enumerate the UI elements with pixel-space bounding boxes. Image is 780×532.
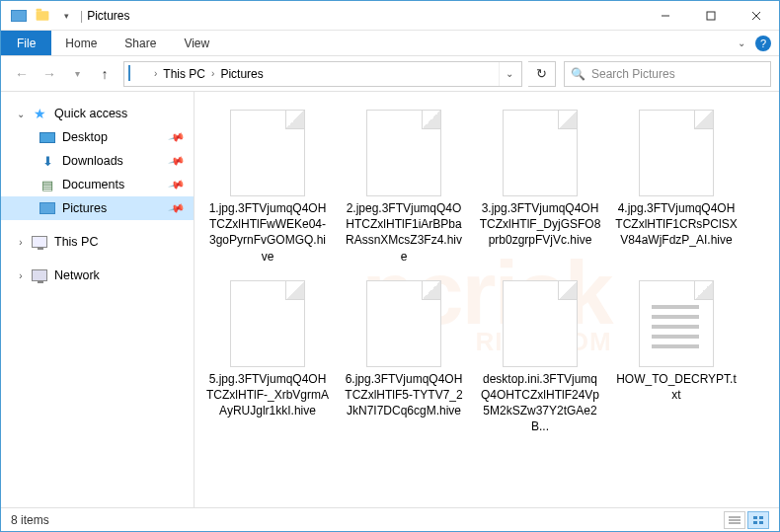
file-label: 5.jpg.3FTVjumqQ4OHTCZxlHTlF-_XrbVgrmAAyR… xyxy=(206,371,329,419)
sidebar-item-label: Quick access xyxy=(54,107,127,120)
qat-dropdown-icon[interactable]: ▾ xyxy=(56,7,76,25)
chevron-right-icon[interactable]: › xyxy=(150,68,161,79)
downloads-icon: ⬇ xyxy=(39,154,56,168)
sidebar-item-downloads[interactable]: ⬇ Downloads 📌 xyxy=(1,149,194,173)
text-file-icon xyxy=(639,280,714,367)
file-item[interactable]: HOW_TO_DECRYPT.txt xyxy=(613,274,740,441)
close-button[interactable] xyxy=(734,1,779,31)
svg-rect-9 xyxy=(753,521,757,524)
svg-rect-7 xyxy=(753,516,757,519)
window-title: Pictures xyxy=(87,9,129,23)
sidebar-item-label: Pictures xyxy=(62,201,107,215)
share-tab[interactable]: Share xyxy=(111,31,170,55)
file-label: 1.jpg.3FTVjumqQ4OHTCZxlHTlFwWEKe04-3goPy… xyxy=(206,200,329,265)
pc-icon xyxy=(31,235,48,249)
recent-locations-icon[interactable]: ▾ xyxy=(64,61,90,87)
svg-rect-10 xyxy=(759,521,763,524)
file-tab[interactable]: File xyxy=(1,31,51,55)
icons-view-button[interactable] xyxy=(747,511,769,529)
pin-icon: 📌 xyxy=(168,199,187,217)
minimize-button[interactable] xyxy=(643,1,688,31)
pictures-icon xyxy=(39,201,56,215)
sidebar-item-label: This PC xyxy=(54,235,98,249)
ribbon-expand-icon[interactable]: ⌄ xyxy=(738,38,745,48)
file-label: 2.jpeg.3FTVjumqQ4OHTCZxlHTlF1iArBPbaRAss… xyxy=(343,200,465,265)
file-label: 6.jpg.3FTVjumqQ4OHTCZxlHTlF5-TYTV7_2JkN7… xyxy=(343,371,465,419)
sidebar-item-thispc[interactable]: › This PC xyxy=(1,230,194,254)
file-item[interactable]: 3.jpg.3FTVjumqQ4OHTCZxlHTlF_DyjGSFO8prb0… xyxy=(477,104,603,270)
search-input[interactable] xyxy=(591,67,764,81)
navigation-bar: ← → ▾ ↑ › This PC › Pictures ⌄ ↻ 🔍 xyxy=(1,56,779,92)
file-icon xyxy=(639,110,714,196)
back-button[interactable]: ← xyxy=(9,61,35,87)
status-bar: 8 items xyxy=(1,507,779,531)
help-icon[interactable]: ? xyxy=(755,36,771,51)
sidebar-item-documents[interactable]: ▤ Documents 📌 xyxy=(1,173,194,196)
file-icon xyxy=(230,110,305,196)
breadcrumb-pictures[interactable]: Pictures xyxy=(218,67,265,81)
file-icon xyxy=(503,110,578,196)
svg-rect-1 xyxy=(707,12,715,20)
body: ⌄ ★ Quick access Desktop 📌 ⬇ Downloads 📌… xyxy=(1,92,779,507)
file-label: desktop.ini.3FTVjumqQ4OHTCZxlHTlF24Vp5M2… xyxy=(479,371,601,435)
explorer-window: ▾ | Pictures File Home Share View ⌄ ? ← … xyxy=(0,0,780,532)
file-icon xyxy=(230,280,305,367)
file-icon xyxy=(366,110,441,196)
navigation-pane[interactable]: ⌄ ★ Quick access Desktop 📌 ⬇ Downloads 📌… xyxy=(1,92,195,507)
pin-icon: 📌 xyxy=(168,128,187,146)
refresh-button[interactable]: ↻ xyxy=(528,61,556,87)
sidebar-item-network[interactable]: › Network xyxy=(1,264,194,287)
sidebar-item-label: Network xyxy=(54,268,100,282)
chevron-right-icon[interactable]: › xyxy=(15,270,27,281)
title-separator: | xyxy=(80,9,83,23)
file-label: HOW_TO_DECRYPT.txt xyxy=(615,371,738,403)
sidebar-item-label: Documents xyxy=(62,178,124,191)
up-button[interactable]: ↑ xyxy=(92,61,117,87)
address-bar[interactable]: › This PC › Pictures ⌄ xyxy=(123,61,522,87)
app-icon xyxy=(9,7,29,25)
qat-item[interactable] xyxy=(33,7,52,25)
sidebar-item-label: Downloads xyxy=(62,154,123,168)
sidebar-item-desktop[interactable]: Desktop 📌 xyxy=(1,125,194,149)
chevron-right-icon[interactable]: › xyxy=(207,68,218,79)
search-box[interactable]: 🔍 xyxy=(564,61,771,87)
file-item[interactable]: 1.jpg.3FTVjumqQ4OHTCZxlHTlFwWEKe04-3goPy… xyxy=(204,104,331,270)
file-grid: 1.jpg.3FTVjumqQ4OHTCZxlHTlFwWEKe04-3goPy… xyxy=(204,104,769,441)
content-pane[interactable]: pcrisk RISK.COM 1.jpg.3FTVjumqQ4OHTCZxlH… xyxy=(195,92,779,507)
home-tab[interactable]: Home xyxy=(51,31,111,55)
view-tab[interactable]: View xyxy=(170,31,223,55)
file-item[interactable]: desktop.ini.3FTVjumqQ4OHTCZxlHTlF24Vp5M2… xyxy=(477,274,603,441)
svg-rect-8 xyxy=(759,516,763,519)
details-view-button[interactable] xyxy=(724,511,745,529)
desktop-icon xyxy=(39,130,56,144)
sidebar-item-pictures[interactable]: Pictures 📌 xyxy=(1,196,194,220)
location-icon xyxy=(128,66,148,82)
file-label: 3.jpg.3FTVjumqQ4OHTCZxlHTlF_DyjGSFO8prb0… xyxy=(479,200,601,249)
maximize-button[interactable] xyxy=(688,1,734,31)
quick-access-toolbar: ▾ xyxy=(9,7,76,25)
file-item[interactable]: 5.jpg.3FTVjumqQ4OHTCZxlHTlF-_XrbVgrmAAyR… xyxy=(204,274,331,441)
chevron-right-icon[interactable]: › xyxy=(15,237,27,248)
pin-icon: 📌 xyxy=(168,176,187,193)
file-label: 4.jpg.3FTVjumqQ4OHTCZxlHTlF1CRsPClSXV84a… xyxy=(615,200,738,249)
pin-icon: 📌 xyxy=(168,152,187,170)
item-count: 8 items xyxy=(11,513,49,527)
address-dropdown-icon[interactable]: ⌄ xyxy=(499,62,519,86)
breadcrumb-thispc[interactable]: This PC xyxy=(161,67,207,81)
file-item[interactable]: 6.jpg.3FTVjumqQ4OHTCZxlHTlF5-TYTV7_2JkN7… xyxy=(341,274,467,441)
ribbon-tabs: File Home Share View ⌄ ? xyxy=(1,31,779,56)
sidebar-item-label: Desktop xyxy=(62,130,108,144)
star-icon: ★ xyxy=(31,107,48,120)
chevron-down-icon[interactable]: ⌄ xyxy=(15,109,27,119)
sidebar-item-quickaccess[interactable]: ⌄ ★ Quick access xyxy=(1,102,194,125)
forward-button[interactable]: → xyxy=(37,61,62,87)
search-icon: 🔍 xyxy=(571,67,585,81)
documents-icon: ▤ xyxy=(39,178,56,191)
file-icon xyxy=(503,280,578,367)
titlebar: ▾ | Pictures xyxy=(1,1,779,31)
file-item[interactable]: 2.jpeg.3FTVjumqQ4OHTCZxlHTlF1iArBPbaRAss… xyxy=(341,104,467,270)
file-item[interactable]: 4.jpg.3FTVjumqQ4OHTCZxlHTlF1CRsPClSXV84a… xyxy=(613,104,740,270)
window-controls xyxy=(643,1,779,31)
network-icon xyxy=(31,268,48,282)
file-icon xyxy=(366,280,441,367)
